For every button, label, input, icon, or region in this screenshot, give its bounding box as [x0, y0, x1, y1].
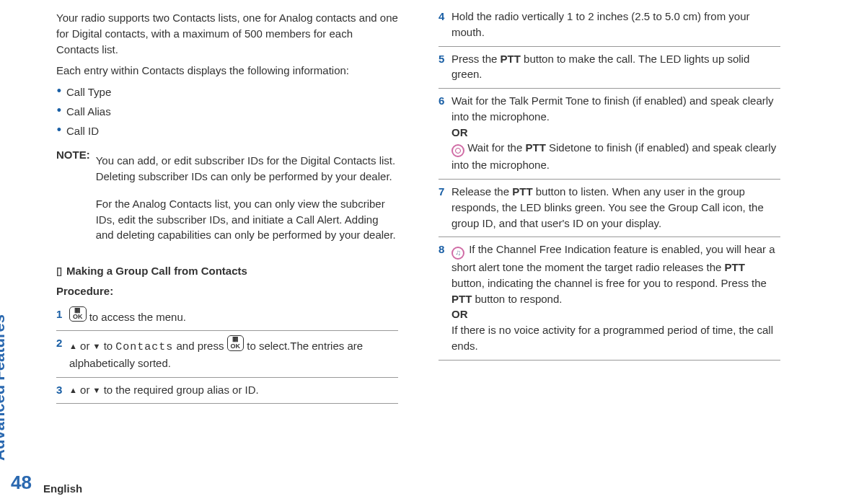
bullet-text: Call ID [66, 123, 99, 139]
step-body: ▲ or ▼ to the required group alias or ID… [69, 382, 398, 398]
step-number: 5 [439, 51, 451, 67]
step-number: 2 [56, 335, 69, 351]
or-label: OR [451, 125, 780, 141]
step-number: 3 [56, 382, 69, 398]
left-column: Your radio supports two Contacts lists, … [43, 0, 411, 404]
step-number: 6 [439, 93, 451, 109]
step-6: 6 Wait for the Talk Permit Tone to finis… [439, 89, 780, 180]
down-arrow-icon: ▼ [93, 342, 101, 350]
note-p2: For the Analog Contacts list, you can on… [96, 196, 398, 243]
ok-button-icon [227, 335, 244, 351]
step-body: Release the PTT button to listen. When a… [451, 184, 780, 231]
section-heading: ▯ Making a Group Call from Contacts [56, 263, 398, 279]
step-7: 7 Release the PTT button to listen. When… [439, 180, 780, 237]
bullet-icon: • [56, 123, 62, 138]
ptt-label: PTT [512, 185, 532, 198]
list-item: • Call Alias [56, 104, 398, 120]
step-tail: to the required group alias or ID. [100, 384, 258, 396]
bullet-icon: • [56, 104, 62, 118]
step-4: 4 Hold the radio vertically 1 to 2 inche… [439, 4, 780, 47]
note-body: You can add, or edit subscriber IDs for … [96, 147, 398, 249]
step-3: 3 ▲ or ▼ to the required group alias or … [56, 378, 398, 404]
up-arrow-icon: ▲ [69, 342, 77, 350]
note-p1: You can add, or edit subscriber IDs for … [96, 153, 398, 185]
bullet-list: • Call Type • Call Alias • Call ID [56, 84, 398, 138]
step-number: 8 [439, 242, 451, 257]
note-label: NOTE: [56, 147, 96, 249]
ptt-label: PTT [525, 141, 545, 154]
step-line: Wait for the Talk Permit Tone to finish … [451, 93, 780, 125]
step-2: 2 ▲ or ▼ to Contacts and press to select… [56, 331, 398, 377]
list-item: • Call ID [56, 123, 398, 139]
step-line: Wait for the PTT Sidetone to finish (if … [451, 140, 780, 173]
bullet-text: Call Alias [66, 104, 111, 120]
step-text: Press the [451, 53, 501, 65]
document-icon: ▯ [56, 263, 62, 279]
bullet-text: Call Type [66, 84, 111, 100]
step-text: Release the [451, 185, 512, 198]
bullet-icon: • [56, 84, 62, 99]
step-text: button to respond. [472, 293, 562, 305]
note-block: NOTE: You can add, or edit subscriber ID… [56, 147, 398, 249]
step-body: Wait for the Talk Permit Tone to finish … [451, 93, 780, 173]
step-body: Hold the radio vertically 1 to 2 inches … [451, 9, 780, 40]
up-arrow-icon: ▲ [69, 386, 77, 394]
section-title: Making a Group Call from Contacts [66, 263, 247, 279]
step-number: 1 [56, 306, 69, 322]
step-1: 1 to access the menu. [56, 302, 398, 332]
tone-icon [451, 144, 464, 157]
side-section-label: Advanced Features [0, 314, 11, 461]
step-5: 5 Press the PTT button to make the call.… [439, 47, 780, 89]
step-8: 8 ♫ If the Channel Free Indication featu… [439, 237, 780, 360]
or-text: or [77, 384, 93, 396]
step-body: ▲ or ▼ to Contacts and press to select.T… [69, 335, 398, 371]
step-body: to access the menu. [69, 306, 398, 325]
and-press: and press [173, 340, 226, 352]
step-text: to access the menu. [87, 310, 186, 322]
list-item: • Call Type [56, 84, 398, 100]
step-text: button, indicating the channel is free f… [451, 277, 767, 289]
intro-p2: Each entry within Contacts displays the … [56, 63, 398, 79]
or-label: OR [451, 306, 780, 322]
right-column: 4 Hold the radio vertically 1 to 2 inche… [426, 0, 793, 404]
or-text: or [77, 340, 93, 352]
language-label: English [43, 481, 82, 497]
ok-button-icon [69, 306, 87, 322]
ptt-label: PTT [451, 293, 472, 305]
music-note-icon: ♫ [451, 247, 464, 260]
step-line: ♫ If the Channel Free Indication feature… [451, 242, 780, 306]
menu-item-contacts: Contacts [115, 341, 173, 353]
intro-p1: Your radio supports two Contacts lists, … [56, 10, 398, 57]
procedure-label: Procedure: [56, 283, 398, 299]
ptt-label: PTT [725, 261, 745, 273]
step-text: Wait for the [464, 141, 525, 154]
page-number: 48 [11, 469, 32, 497]
ptt-label: PTT [501, 53, 521, 65]
step-body: ♫ If the Channel Free Indication feature… [451, 242, 780, 353]
down-arrow-icon: ▼ [93, 386, 101, 394]
step-body: Press the PTT button to make the call. T… [451, 51, 780, 83]
step-line: If there is no voice activity for a prog… [451, 322, 780, 354]
step-number: 7 [439, 184, 451, 200]
step-number: 4 [439, 9, 451, 25]
page-content: Your radio supports two Contacts lists, … [0, 0, 846, 404]
to-text: to [100, 340, 115, 352]
